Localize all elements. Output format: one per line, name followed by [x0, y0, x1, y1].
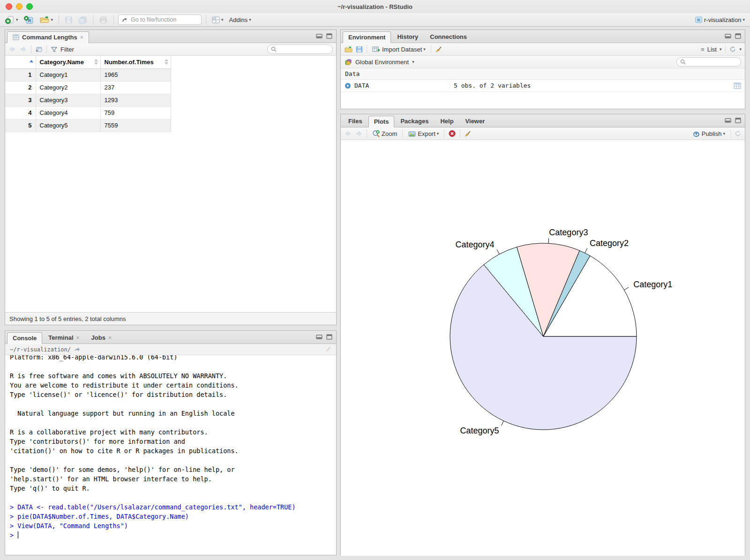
toolbar-separator	[725, 45, 726, 53]
minimize-pane-icon[interactable]	[316, 34, 322, 38]
console-output[interactable]: Platform: x86_64-apple-darwin15.6.0 (64-…	[5, 355, 336, 555]
tab-console[interactable]: Console	[7, 332, 42, 344]
goto-file-input[interactable]	[131, 16, 196, 23]
tab-packages[interactable]: Packages	[395, 115, 434, 127]
maximize-pane-icon[interactable]	[735, 33, 741, 39]
console-output-line	[10, 493, 336, 502]
close-window-button[interactable]	[6, 3, 12, 10]
expand-object-icon[interactable]	[345, 82, 351, 89]
pie-slice-label: Category3	[549, 228, 588, 237]
minimize-window-button[interactable]	[16, 3, 22, 10]
save-button[interactable]	[63, 15, 74, 25]
chevron-down-icon: ▾	[423, 47, 426, 52]
toolbar-separator	[206, 15, 206, 24]
viewer-search[interactable]	[267, 45, 333, 54]
maximize-pane-icon[interactable]	[735, 118, 741, 123]
open-folder-icon	[39, 15, 50, 24]
project-menu-button[interactable]: R r-visualization ▾	[693, 15, 746, 24]
goto-arrow-icon	[122, 17, 128, 23]
tab-plots[interactable]: Plots	[368, 116, 395, 127]
minimize-pane-icon[interactable]	[316, 335, 322, 339]
save-icon	[65, 16, 73, 24]
category-name-cell: Category3	[36, 94, 100, 106]
column-header-number-of-times[interactable]: Number.of.Times	[100, 56, 171, 68]
maximize-pane-icon[interactable]	[326, 33, 332, 39]
export-plot-button[interactable]: Export ▾	[406, 129, 440, 138]
tab-terminal[interactable]: Terminal ×	[43, 332, 85, 343]
close-icon[interactable]: ×	[76, 335, 80, 341]
chevron-down-icon: ▾	[412, 60, 414, 64]
number-of-times-cell: 1965	[100, 68, 171, 81]
tab-connections[interactable]: Connections	[424, 31, 472, 43]
zoom-plot-button[interactable]: Zoom	[371, 129, 398, 138]
console-prompt-line[interactable]: >	[10, 530, 336, 540]
new-file-button[interactable]: ▾	[4, 15, 20, 25]
back-icon[interactable]	[8, 46, 16, 52]
new-project-button[interactable]: R	[22, 15, 35, 25]
previous-plot-icon[interactable]	[344, 130, 352, 137]
row-number-cell: 2	[5, 81, 36, 94]
forward-icon[interactable]	[19, 46, 27, 52]
tab-history[interactable]: History	[391, 31, 424, 43]
tab-label: Jobs	[91, 334, 105, 341]
close-icon[interactable]: ×	[80, 34, 83, 41]
print-button[interactable]	[98, 15, 109, 25]
tab-command-lengths[interactable]: Command Lengths ×	[7, 31, 89, 43]
tab-files[interactable]: Files	[343, 115, 368, 127]
clear-environment-icon[interactable]	[435, 46, 442, 53]
environment-object-row[interactable]: DATA 5 obs. of 2 variables	[341, 80, 745, 92]
tab-help[interactable]: Help	[435, 115, 459, 127]
environment-search[interactable]	[676, 57, 741, 67]
open-in-window-icon[interactable]	[35, 46, 43, 52]
refresh-icon[interactable]	[729, 46, 736, 52]
refresh-plot-icon[interactable]	[735, 130, 742, 137]
clear-all-plots-icon[interactable]	[464, 130, 472, 137]
tab-environment[interactable]: Environment	[343, 31, 391, 43]
save-environment-icon[interactable]	[356, 46, 363, 53]
toolbar-separator	[93, 15, 93, 24]
environment-search-input[interactable]	[688, 59, 735, 66]
row-number-header[interactable]	[5, 56, 36, 68]
viewer-toolbar: Filter	[5, 43, 336, 56]
close-icon[interactable]: ×	[108, 335, 112, 341]
tab-jobs[interactable]: Jobs ×	[86, 332, 117, 343]
publish-label: Publish	[702, 130, 722, 137]
share-arrow-icon[interactable]	[74, 347, 80, 352]
goto-file-search[interactable]	[118, 15, 202, 25]
clear-console-icon[interactable]	[324, 346, 331, 353]
view-data-icon[interactable]	[734, 82, 741, 89]
pie-slice-label: Category4	[456, 240, 495, 249]
minimize-pane-icon[interactable]	[725, 118, 731, 123]
fullscreen-window-button[interactable]	[26, 3, 33, 10]
publish-button[interactable]: Publish ▾	[691, 129, 727, 138]
tab-label: Environment	[348, 34, 385, 41]
addins-button[interactable]: Addins ▾	[228, 15, 253, 24]
console-pane[interactable]: Console Terminal × Jobs × ~/r-visualizat…	[5, 330, 337, 555]
environment-tabstrip: Environment History Connections	[341, 30, 745, 43]
main-toolbar: ▾ R ▾ ▾	[0, 13, 750, 27]
viewer-search-input[interactable]	[279, 46, 326, 53]
import-dataset-button[interactable]: Import Dataset ▾	[371, 45, 427, 54]
minimize-pane-icon[interactable]	[725, 34, 731, 38]
pane-layout-button[interactable]: ▾	[210, 15, 225, 24]
scope-selector[interactable]: Global Environment	[355, 59, 409, 66]
toolbar-separator	[460, 129, 460, 138]
list-view-label[interactable]: List	[707, 46, 717, 53]
next-plot-icon[interactable]	[355, 130, 363, 137]
filter-icon[interactable]	[51, 46, 58, 52]
filter-label[interactable]: Filter	[60, 46, 74, 53]
open-environment-icon[interactable]	[344, 46, 353, 53]
open-file-button[interactable]: ▾	[38, 15, 55, 25]
column-header-category-name[interactable]: Category.Name	[36, 56, 100, 68]
console-output-line: You are welcome to redistribute it under…	[10, 381, 336, 390]
pie-label-tick	[624, 287, 628, 290]
tab-viewer[interactable]: Viewer	[460, 115, 491, 127]
console-output-line	[10, 455, 336, 465]
pie-slice-label: Category5	[460, 426, 499, 435]
toolbar-separator	[444, 129, 444, 138]
save-all-button[interactable]	[77, 15, 89, 25]
remove-plot-icon[interactable]	[448, 130, 456, 137]
category-name-cell: Category5	[36, 119, 100, 132]
console-output-line: Type 'license()' or 'licence()' for dist…	[10, 390, 336, 399]
maximize-pane-icon[interactable]	[326, 334, 332, 340]
